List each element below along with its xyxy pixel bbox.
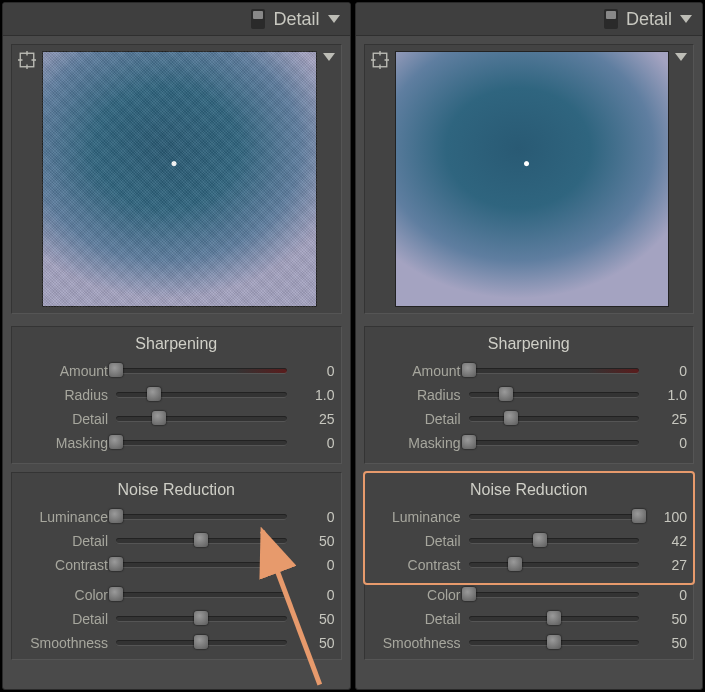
slider-thumb-icon[interactable] bbox=[109, 435, 123, 449]
target-picker-icon[interactable] bbox=[18, 51, 36, 69]
slider-track[interactable] bbox=[116, 440, 287, 446]
slider-value[interactable]: 1.0 bbox=[295, 387, 335, 403]
slider-label: Luminance bbox=[18, 509, 108, 525]
slider-value[interactable]: 1.0 bbox=[647, 387, 687, 403]
slider-track[interactable] bbox=[469, 392, 640, 398]
slider-value[interactable]: 50 bbox=[295, 635, 335, 651]
slider-value[interactable]: 0 bbox=[295, 363, 335, 379]
slider-thumb-icon[interactable] bbox=[194, 635, 208, 649]
preview-options-triangle-icon[interactable] bbox=[675, 53, 687, 61]
preview-options-triangle-icon[interactable] bbox=[323, 53, 335, 61]
slider-track[interactable] bbox=[116, 368, 287, 374]
slider-value[interactable]: 100 bbox=[647, 509, 687, 525]
slider-track[interactable] bbox=[116, 416, 287, 422]
target-picker-icon[interactable] bbox=[371, 51, 389, 69]
slider-track[interactable] bbox=[116, 392, 287, 398]
slider-thumb-icon[interactable] bbox=[152, 411, 166, 425]
slider-thumb-icon[interactable] bbox=[533, 533, 547, 547]
panel-header: Detail bbox=[3, 3, 350, 36]
slider-thumb-icon[interactable] bbox=[109, 557, 123, 571]
slider-color: Color 0 bbox=[16, 583, 337, 607]
slider-value[interactable]: 42 bbox=[647, 533, 687, 549]
slider-masking: Masking 0 bbox=[16, 431, 337, 455]
slider-luminance: Luminance 0 bbox=[16, 505, 337, 529]
slider-thumb-icon[interactable] bbox=[109, 363, 123, 377]
slider-thumb-icon[interactable] bbox=[504, 411, 518, 425]
slider-thumb-icon[interactable] bbox=[632, 509, 646, 523]
slider-label: Detail bbox=[18, 611, 108, 627]
slider-luminance-detail: Detail 50 bbox=[16, 529, 337, 553]
detail-panel-left: Detail Sharpening Amount 0 Radius bbox=[2, 2, 351, 690]
slider-value[interactable]: 0 bbox=[295, 509, 335, 525]
noise-reduction-section: Noise Reduction Luminance 100 Detail 42 … bbox=[364, 472, 695, 660]
slider-thumb-icon[interactable] bbox=[462, 435, 476, 449]
slider-thumb-icon[interactable] bbox=[499, 387, 513, 401]
preview-image-before[interactable] bbox=[42, 51, 317, 307]
slider-track[interactable] bbox=[116, 538, 287, 544]
slider-thumb-icon[interactable] bbox=[109, 509, 123, 523]
slider-track[interactable] bbox=[469, 592, 640, 598]
slider-thumb-icon[interactable] bbox=[194, 533, 208, 547]
panels-container: Detail Sharpening Amount 0 Radius bbox=[0, 0, 705, 692]
slider-value[interactable]: 0 bbox=[647, 587, 687, 603]
slider-luminance: Luminance 100 bbox=[369, 505, 690, 529]
slider-value[interactable]: 25 bbox=[295, 411, 335, 427]
slider-radius: Radius 1.0 bbox=[16, 383, 337, 407]
slider-label: Luminance bbox=[371, 509, 461, 525]
slider-track[interactable] bbox=[116, 514, 287, 520]
slider-value[interactable]: 50 bbox=[647, 635, 687, 651]
slider-value[interactable]: 0 bbox=[295, 557, 335, 573]
panel-switch-icon[interactable] bbox=[604, 9, 618, 29]
slider-track[interactable] bbox=[469, 616, 640, 622]
panel-title: Detail bbox=[273, 9, 319, 30]
slider-track[interactable] bbox=[116, 640, 287, 646]
slider-value[interactable]: 50 bbox=[295, 533, 335, 549]
slider-label: Contrast bbox=[18, 557, 108, 573]
slider-luminance-contrast: Contrast 0 bbox=[16, 553, 337, 577]
slider-track[interactable] bbox=[469, 416, 640, 422]
slider-value[interactable]: 50 bbox=[647, 611, 687, 627]
slider-track[interactable] bbox=[116, 592, 287, 598]
slider-luminance-contrast: Contrast 27 bbox=[369, 553, 690, 577]
slider-track[interactable] bbox=[116, 562, 287, 568]
slider-label: Color bbox=[18, 587, 108, 603]
slider-value[interactable]: 0 bbox=[647, 435, 687, 451]
slider-thumb-icon[interactable] bbox=[462, 587, 476, 601]
panel-switch-icon[interactable] bbox=[251, 9, 265, 29]
slider-thumb-icon[interactable] bbox=[109, 587, 123, 601]
slider-track[interactable] bbox=[469, 562, 640, 568]
slider-thumb-icon[interactable] bbox=[147, 387, 161, 401]
slider-color: Color 0 bbox=[369, 583, 690, 607]
slider-track[interactable] bbox=[469, 538, 640, 544]
slider-track[interactable] bbox=[469, 368, 640, 374]
slider-value[interactable]: 50 bbox=[295, 611, 335, 627]
slider-value[interactable]: 0 bbox=[295, 587, 335, 603]
detail-panel-right: Detail Sharpening Amount 0 Radius bbox=[355, 2, 704, 690]
slider-thumb-icon[interactable] bbox=[508, 557, 522, 571]
slider-track[interactable] bbox=[469, 440, 640, 446]
slider-thumb-icon[interactable] bbox=[547, 635, 561, 649]
slider-detail: Detail 25 bbox=[16, 407, 337, 431]
slider-label: Amount bbox=[371, 363, 461, 379]
slider-thumb-icon[interactable] bbox=[547, 611, 561, 625]
slider-value[interactable]: 0 bbox=[295, 435, 335, 451]
slider-track[interactable] bbox=[469, 514, 640, 520]
preview-box bbox=[364, 44, 695, 314]
slider-value[interactable]: 25 bbox=[647, 411, 687, 427]
slider-thumb-icon[interactable] bbox=[194, 611, 208, 625]
collapse-triangle-icon[interactable] bbox=[328, 15, 340, 23]
slider-value[interactable]: 27 bbox=[647, 557, 687, 573]
slider-label: Detail bbox=[18, 533, 108, 549]
slider-track[interactable] bbox=[116, 616, 287, 622]
slider-thumb-icon[interactable] bbox=[462, 363, 476, 377]
preview-image-after[interactable] bbox=[395, 51, 670, 307]
slider-label: Radius bbox=[18, 387, 108, 403]
slider-label: Detail bbox=[371, 611, 461, 627]
slider-radius: Radius 1.0 bbox=[369, 383, 690, 407]
slider-value[interactable]: 0 bbox=[647, 363, 687, 379]
collapse-triangle-icon[interactable] bbox=[680, 15, 692, 23]
slider-track[interactable] bbox=[469, 640, 640, 646]
slider-label: Amount bbox=[18, 363, 108, 379]
panel-title: Detail bbox=[626, 9, 672, 30]
slider-label: Color bbox=[371, 587, 461, 603]
